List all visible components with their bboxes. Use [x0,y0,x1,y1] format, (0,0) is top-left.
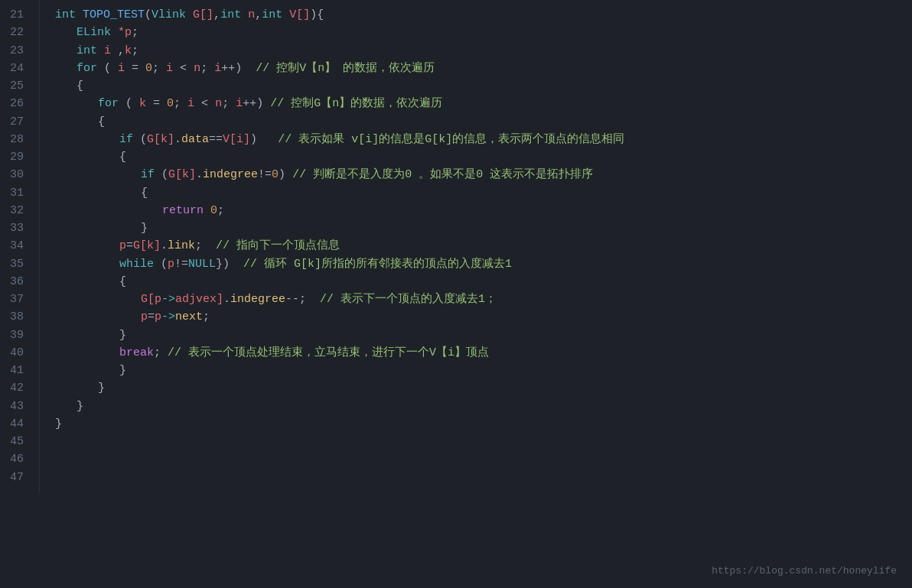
code-line: { [55,273,912,291]
code-line: } [55,219,912,237]
line-number: 44 [0,415,33,433]
line-number: 39 [0,326,33,344]
code-content: int TOPO_TEST(Vlink G[],int n,int V[]){E… [40,0,912,492]
line-number: 36 [0,273,33,291]
line-number: 42 [0,379,33,397]
code-line: p=G[k].link; // 指向下一个顶点信息 [55,237,912,255]
line-number: 45 [0,433,33,450]
line-number: 38 [0,308,33,326]
line-number: 28 [0,131,33,148]
code-line: int i ,k; [55,42,912,60]
code-line: } [55,379,912,397]
line-number: 26 [0,95,33,112]
code-line: } [55,415,912,433]
code-line: for ( k = 0; i < n; i++) // 控制G【n】的数据，依次… [55,95,912,112]
line-number: 23 [0,42,33,60]
line-number: 32 [0,202,33,219]
code-line: } [55,326,912,344]
line-number: 21 [0,6,33,24]
code-line: G[p->adjvex].indegree--; // 表示下一个顶点的入度减去… [55,291,912,308]
code-line: ELink *p; [55,24,912,41]
code-line: p=p->next; [55,308,912,326]
code-line: { [55,77,912,95]
code-line: { [55,184,912,202]
footer-url: https://blog.csdn.net/honeylife [712,564,897,579]
code-line: while (p!=NULL}) // 循环 G[k]所指的所有邻接表的顶点的入… [55,255,912,273]
code-line: { [55,148,912,166]
line-number: 33 [0,219,33,237]
line-number: 31 [0,184,33,202]
code-line: break; // 表示一个顶点处理结束，立马结束，进行下一个V【i】顶点 [55,344,912,362]
line-number: 30 [0,166,33,184]
line-number: 37 [0,291,33,308]
code-line: if (G[k].indegree!=0) // 判断是不是入度为0 。如果不是… [55,166,912,184]
code-line: } [55,362,912,379]
line-number: 46 [0,450,33,468]
line-number: 35 [0,255,33,273]
code-line: { [55,113,912,131]
line-number: 25 [0,77,33,95]
code-editor: 2122232425262728293031323334353637383940… [0,0,912,492]
line-numbers: 2122232425262728293031323334353637383940… [0,0,40,492]
line-number: 27 [0,113,33,131]
code-line: for ( i = 0; i < n; i++) // 控制V【n】 的数据，依… [55,60,912,77]
code-line: } [55,398,912,415]
line-number: 40 [0,344,33,362]
line-number: 41 [0,362,33,379]
line-number: 34 [0,237,33,255]
line-number: 43 [0,398,33,415]
line-number: 47 [0,469,33,486]
line-number: 24 [0,60,33,77]
code-line: int TOPO_TEST(Vlink G[],int n,int V[]){ [55,6,912,24]
line-number: 22 [0,24,33,41]
code-line: if (G[k].data==V[i]) // 表示如果 v[i]的信息是G[k… [55,131,912,148]
line-number: 29 [0,148,33,166]
code-line: return 0; [55,202,912,219]
